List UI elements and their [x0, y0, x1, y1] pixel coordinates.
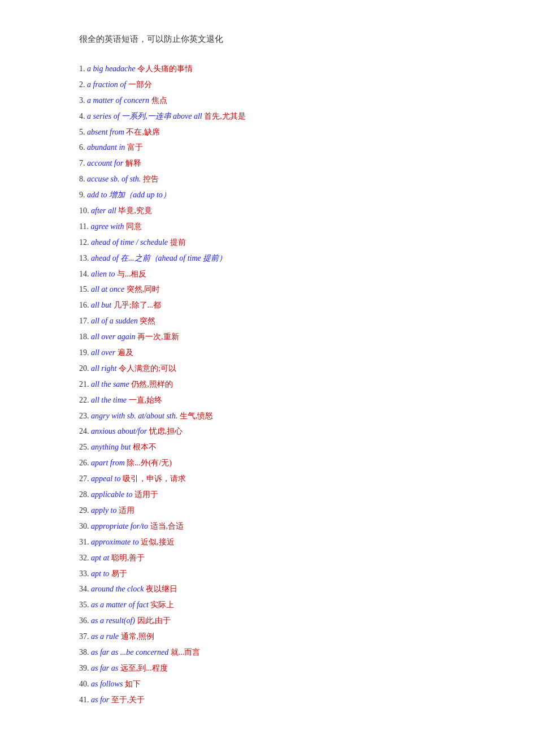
list-item: 6. abundant in 富于	[79, 140, 500, 155]
entry-phrase: apart from	[91, 459, 125, 467]
entry-meaning: 就...而言	[171, 648, 201, 656]
entry-phrase: all the same	[91, 380, 129, 388]
entry-meaning: 富于	[127, 143, 143, 152]
entry-number: 23.	[79, 412, 91, 420]
entry-number: 22.	[79, 396, 91, 404]
entry-phrase: all over again	[91, 332, 136, 341]
entry-number: 36.	[79, 616, 91, 625]
list-item: 23. angry with sb. at/about sth. 生气,愤怒	[79, 409, 500, 424]
entry-number: 2.	[79, 80, 87, 89]
entry-number: 30.	[79, 522, 91, 530]
list-item: 32. apt at 聪明,善于	[79, 551, 500, 565]
list-item: 35. as a matter of fact 实际上	[79, 598, 500, 612]
entry-meaning: 令人满意的;可以	[119, 364, 176, 373]
entry-meaning: 毕竟,究竟	[118, 206, 152, 215]
list-item: 17. all of a sudden 突然	[79, 314, 500, 329]
entry-number: 24.	[79, 427, 91, 435]
entry-meaning: 突然	[140, 317, 155, 325]
list-item: 27. appeal to 吸引，申诉，请求	[79, 472, 500, 486]
list-item: 1. a big headache 令人头痛的事情	[79, 62, 500, 76]
entry-number: 17.	[79, 317, 91, 325]
entry-meaning: 远至,到...程度	[120, 664, 168, 672]
list-item: 10. after all 毕竟,究竟	[79, 204, 500, 218]
entry-phrase: all the time	[91, 396, 127, 404]
entry-phrase: alien to	[91, 270, 115, 278]
entry-phrase: ahead of time / schedule	[91, 238, 168, 247]
entry-number: 35.	[79, 601, 91, 609]
entry-number: 19.	[79, 348, 91, 357]
list-item: 36. as a result(of) 因此,由于	[79, 614, 500, 628]
entry-phrase: account for	[87, 159, 123, 167]
entry-phrase: all at once	[91, 285, 124, 293]
entry-phrase: after all	[91, 206, 116, 215]
entry-phrase: ahead of 在...之前（ahead of time 提前）	[91, 254, 227, 262]
list-item: 20. all right 令人满意的;可以	[79, 361, 500, 376]
entry-phrase: apply to	[91, 506, 117, 515]
entry-number: 12.	[79, 238, 91, 247]
entry-number: 6.	[79, 143, 87, 152]
entry-phrase: abundant in	[87, 143, 125, 152]
page-container: 很全的英语短语，可以防止你英文退化 1. a big headache 令人头痛…	[79, 34, 500, 707]
entry-phrase: anxious about/for	[91, 427, 147, 435]
entry-meaning: 不在,缺席	[126, 128, 160, 136]
entry-phrase: a fraction of	[87, 80, 126, 89]
entry-phrase: as for	[91, 695, 109, 704]
entry-number: 28.	[79, 490, 91, 499]
entry-phrase: all over	[91, 348, 115, 357]
entry-phrase: a matter of concern	[87, 96, 149, 105]
entry-phrase: approximate to	[91, 538, 139, 546]
list-item: 8. accuse sb. of sth. 控告	[79, 172, 500, 187]
list-item: 28. applicable to 适用于	[79, 487, 500, 502]
entry-meaning: 根本不	[133, 443, 157, 451]
entry-meaning: 易于	[111, 569, 127, 578]
list-item: 33. apt to 易于	[79, 567, 500, 581]
entry-phrase: a series of 一系列,一连串 above all	[87, 112, 202, 120]
entry-meaning: 突然,同时	[127, 285, 160, 293]
list-item: 7. account for 解释	[79, 156, 500, 171]
entry-meaning: 仍然,照样的	[131, 380, 173, 388]
list-item: 41. as for 至于,关于	[79, 693, 500, 707]
entry-phrase: accuse sb. of sth.	[87, 175, 141, 183]
entry-phrase: all of a sudden	[91, 317, 138, 325]
entry-meaning: 适用	[119, 506, 134, 515]
entry-meaning: 除...外(有/无)	[127, 459, 172, 467]
list-item: 15. all at once 突然,同时	[79, 282, 500, 297]
entry-meaning: 适用于	[134, 490, 158, 499]
list-item: 11. agree with 同意	[79, 219, 500, 234]
list-item: 29. apply to 适用	[79, 503, 500, 518]
entry-phrase: add to 增加（add up to）	[87, 191, 171, 199]
entry-meaning: 生气,愤怒	[180, 412, 214, 420]
list-item: 37. as a rule 通常,照例	[79, 629, 500, 644]
entry-phrase: as far as	[91, 664, 118, 672]
entry-meaning: 一直,始终	[129, 396, 163, 404]
list-item: 26. apart from 除...外(有/无)	[79, 456, 500, 470]
entry-meaning: 控告	[143, 175, 159, 183]
entry-number: 21.	[79, 380, 91, 388]
entry-number: 14.	[79, 270, 91, 278]
entry-meaning: 如下	[125, 680, 141, 688]
page-title: 很全的英语短语，可以防止你英文退化	[79, 34, 500, 45]
entry-phrase: a big headache	[87, 64, 136, 73]
list-item: 24. anxious about/for 忧虑,担心	[79, 424, 500, 439]
entry-number: 33.	[79, 569, 91, 578]
entry-number: 26.	[79, 459, 91, 467]
entries-list: 1. a big headache 令人头痛的事情2. a fraction o…	[79, 62, 500, 707]
entry-phrase: around the clock	[91, 585, 144, 593]
list-item: 4. a series of 一系列,一连串 above all 首先,尤其是	[79, 109, 500, 124]
entry-phrase: as a result(of)	[91, 616, 135, 625]
list-item: 21. all the same 仍然,照样的	[79, 377, 500, 392]
entry-phrase: all but	[91, 301, 111, 309]
list-item: 12. ahead of time / schedule 提前	[79, 235, 500, 250]
list-item: 19. all over 遍及	[79, 345, 500, 360]
entry-meaning: 首先,尤其是	[204, 112, 246, 120]
entry-number: 40.	[79, 680, 91, 688]
entry-meaning: 令人头痛的事情	[137, 64, 193, 73]
list-item: 31. approximate to 近似,接近	[79, 535, 500, 550]
entry-meaning: 聪明,善于	[111, 554, 145, 562]
entry-meaning: 至于,关于	[111, 695, 145, 704]
entry-number: 10.	[79, 206, 91, 215]
entry-number: 29.	[79, 506, 91, 515]
list-item: 2. a fraction of 一部分	[79, 77, 500, 92]
entry-number: 18.	[79, 332, 91, 341]
entry-number: 7.	[79, 159, 87, 167]
